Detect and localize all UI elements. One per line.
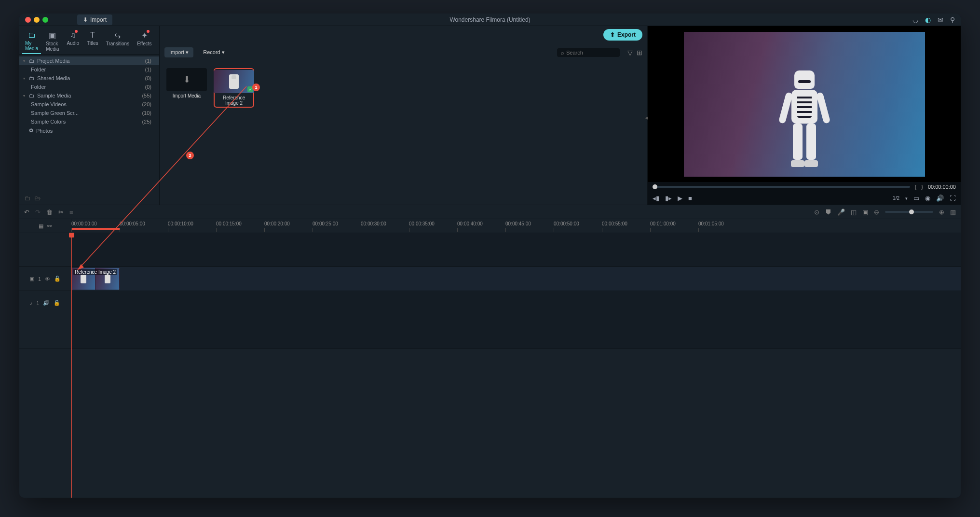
search-icon: ⌕	[561, 50, 564, 56]
tree-sample-videos[interactable]: Sample Videos(20)	[19, 100, 159, 109]
preview-ratio[interactable]: 1/2	[893, 196, 899, 201]
fullscreen-icon[interactable]: ⛶	[950, 195, 956, 202]
visibility-icon[interactable]: 👁	[45, 276, 50, 282]
media-tabs: 🗀My Media ▣Stock Media ♫Audio TTitles ⇆T…	[19, 26, 159, 55]
snapshot-icon[interactable]: ◉	[925, 195, 930, 202]
window-controls	[25, 17, 48, 23]
preview-scrubber[interactable]	[653, 186, 910, 188]
reference-image-tile[interactable]: ✓ Reference Image 2 1	[214, 68, 254, 108]
tab-my-media[interactable]: 🗀My Media	[22, 29, 41, 54]
tree-shared-folder[interactable]: Folder(0)	[19, 83, 159, 91]
track-header: ▣1 👁 🔓	[19, 267, 71, 291]
window-title: Wondershare Filmora (Untitled)	[449, 16, 530, 23]
link-icon[interactable]: ⚯	[47, 223, 52, 229]
grid-view-icon[interactable]: ⊞	[637, 49, 642, 56]
display-icon[interactable]: ▭	[913, 195, 919, 202]
maximize-icon[interactable]	[42, 17, 48, 23]
tree-count: (20)	[142, 101, 151, 107]
tree-shared-media[interactable]: ▾🗀Shared Media(0)	[19, 74, 159, 83]
close-icon[interactable]	[25, 17, 31, 23]
tree-sample-media[interactable]: ▾🗀Sample Media(55)	[19, 91, 159, 100]
text-icon: T	[90, 31, 95, 40]
tile-label: Import Media	[173, 93, 201, 98]
tab-stock-media[interactable]: ▣Stock Media	[43, 29, 62, 54]
tab-transitions[interactable]: ⇆Transitions	[103, 29, 133, 54]
export-button[interactable]: ⬆Export	[603, 29, 642, 41]
import-media-tile[interactable]: ⬇ Import Media	[166, 68, 207, 108]
crop-icon[interactable]: ▣	[862, 209, 868, 216]
filter-icon[interactable]: ▽	[627, 49, 633, 56]
tab-audio[interactable]: ♫Audio	[64, 29, 82, 54]
folder-icon: 🗀	[28, 31, 36, 40]
tree-project-media[interactable]: ▾🗀Project Media(1)	[19, 56, 159, 65]
message-icon[interactable]: ✉	[938, 16, 943, 24]
ruler-tick: 00:00:10:00	[168, 221, 193, 226]
lock-icon[interactable]: 🔓	[54, 276, 61, 282]
timeline-ruler[interactable]: 00:00:00:0000:00:05:0000:00:10:0000:00:1…	[71, 219, 961, 233]
new-folder-icon[interactable]: 🗀	[24, 195, 30, 202]
header-icons: ◡ ◐ ✉ ⚲	[912, 16, 955, 24]
folder-add-icon[interactable]: 🗁	[34, 195, 41, 202]
tree-sample-colors[interactable]: Sample Colors(25)	[19, 117, 159, 126]
minimize-icon[interactable]	[34, 17, 40, 23]
tile-label: Reference Image 2	[216, 95, 252, 106]
zoom-in-icon[interactable]: ⊕	[939, 209, 944, 216]
import-dropdown[interactable]: Import ▾	[164, 47, 193, 57]
notification-icon[interactable]: ⚲	[950, 16, 955, 24]
scrubber-head[interactable]	[653, 184, 657, 189]
tree-sample-green[interactable]: Sample Green Scr...(10)	[19, 109, 159, 117]
mute-icon[interactable]: 🔊	[43, 300, 50, 306]
mic-icon[interactable]: 🎤	[837, 209, 845, 216]
ruler-tick: 00:00:55:00	[602, 221, 627, 226]
track-menu-icon[interactable]: ▦	[39, 223, 43, 229]
video-track-icon: ▣	[29, 276, 34, 282]
record-dropdown[interactable]: Record ▾	[198, 47, 230, 57]
download-icon: ⬇	[183, 74, 191, 85]
fit-icon[interactable]: ▥	[950, 209, 956, 216]
step-back-icon[interactable]: ▮▸	[665, 195, 672, 202]
marker-icon[interactable]: ⛊	[825, 209, 831, 216]
preview-viewport[interactable]	[648, 26, 961, 182]
mark-in-icon[interactable]: {	[915, 184, 917, 190]
adjust-icon[interactable]: ≡	[69, 209, 73, 216]
tree-utils: 🗀 🗁	[19, 192, 159, 205]
download-icon: ⬇	[83, 16, 88, 23]
prev-frame-icon[interactable]: ◂▮	[653, 195, 659, 202]
playhead[interactable]	[71, 233, 72, 498]
zoom-slider[interactable]	[885, 211, 933, 213]
zoom-out-icon[interactable]: ⊖	[874, 209, 879, 216]
redo-icon[interactable]: ↷	[35, 209, 41, 216]
tree-project-folder[interactable]: Folder(1)	[19, 65, 159, 74]
render-icon[interactable]: ⊙	[814, 209, 819, 216]
search-input[interactable]	[566, 50, 616, 56]
audio-track-1[interactable]: ♪1 🔊 🔓	[19, 291, 961, 315]
tree-photos[interactable]: ✿Photos	[19, 126, 159, 135]
delete-icon[interactable]: 🗑	[46, 209, 53, 216]
folder-icon: 🗀	[29, 93, 34, 98]
tab-effects[interactable]: ✦Effects	[134, 29, 154, 54]
tree-label: Folder	[31, 67, 145, 72]
lock-icon[interactable]: 🔓	[54, 300, 60, 306]
ruler-tick: 00:00:40:00	[457, 221, 483, 226]
help-icon[interactable]: ◐	[925, 16, 931, 24]
import-label: Import	[90, 16, 107, 23]
play-icon[interactable]: ▶	[678, 195, 682, 202]
effects-icon: ✦	[141, 31, 148, 40]
stop-icon[interactable]: ■	[688, 195, 692, 202]
timeline-clip[interactable]: Reference Image 2	[71, 268, 120, 290]
mixer-icon[interactable]: ◫	[851, 209, 857, 216]
music-icon: ♫	[70, 31, 76, 40]
cut-icon[interactable]: ✂	[58, 209, 64, 216]
chevron-down-icon[interactable]: ▾	[905, 196, 908, 201]
account-icon[interactable]: ◡	[912, 16, 918, 24]
media-tree: ▾🗀Project Media(1) Folder(1) ▾🗀Shared Me…	[19, 55, 159, 192]
undo-icon[interactable]: ↶	[24, 209, 29, 216]
video-track-1[interactable]: ▣1 👁 🔓 Reference Image 2	[19, 267, 961, 291]
chevron-down-icon: ▾	[23, 76, 29, 81]
import-button[interactable]: ⬇ Import	[77, 14, 112, 25]
selection-highlight	[71, 228, 120, 230]
tree-label: Folder	[31, 84, 145, 90]
mark-out-icon[interactable]: }	[921, 184, 923, 190]
tab-titles[interactable]: TTitles	[84, 29, 101, 54]
volume-icon[interactable]: 🔊	[936, 195, 944, 202]
